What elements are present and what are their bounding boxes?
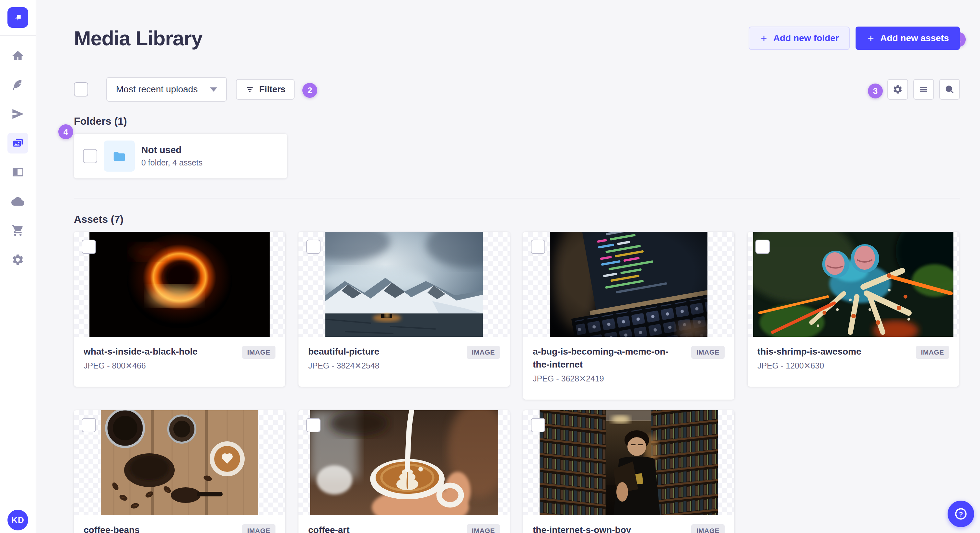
filters-label: Filters: [259, 84, 285, 95]
folder-checkbox[interactable]: [83, 149, 97, 163]
plus-icon: [760, 34, 768, 43]
sort-dropdown[interactable]: Most recent uploads: [106, 77, 227, 102]
select-all-checkbox[interactable]: [74, 82, 88, 97]
filter-icon: [245, 84, 255, 94]
help-button[interactable]: ?: [948, 501, 974, 527]
media-library-icon: [11, 136, 24, 150]
asset-thumbnail: [74, 232, 285, 337]
asset-thumbnail: [299, 232, 510, 337]
filters-button[interactable]: Filters: [236, 79, 294, 100]
mantis-shrimp-image: [753, 232, 953, 337]
add-new-assets-label: Add new assets: [880, 33, 949, 43]
search-button[interactable]: [939, 79, 960, 100]
asset-card[interactable]: this-shrimp-is-awesome JPEG - 1200✕630 I…: [748, 232, 959, 387]
asset-thumbnail: [523, 410, 734, 515]
asset-type-badge: IMAGE: [691, 346, 725, 359]
list-icon: [918, 84, 929, 95]
main-content: Media Library Add new folder Add new ass…: [36, 23, 980, 533]
sidebar-item-marketplace[interactable]: [8, 220, 28, 241]
list-view-button[interactable]: [913, 79, 934, 100]
asset-meta: JPEG - 3824✕2548: [308, 360, 460, 371]
sidebar-nav: [8, 36, 28, 270]
folders-section-title: Folders (1): [74, 115, 960, 127]
mountains-image: [325, 232, 483, 337]
library-portrait-image: [539, 410, 718, 515]
chevron-down-icon: [210, 87, 217, 92]
asset-type-badge: IMAGE: [242, 524, 275, 533]
toolbar: Most recent uploads Filters: [74, 77, 960, 102]
assets-grid: what-s-inside-a-black-hole JPEG - 800✕46…: [74, 232, 960, 533]
latte-art-image: [310, 410, 498, 515]
asset-card[interactable]: coffee-beans JPEG - 5021✕3347 IMAGE: [74, 410, 285, 533]
feather-icon: [11, 78, 24, 91]
asset-card[interactable]: coffee-art JPEG - 5824✕3259 IMAGE: [299, 410, 510, 533]
help-label: ?: [959, 510, 963, 518]
page-header: Media Library Add new folder Add new ass…: [74, 23, 960, 53]
logo-area: [0, 0, 36, 36]
asset-title: this-shrimp-is-awesome: [757, 345, 909, 358]
asset-title: what-s-inside-a-black-hole: [84, 345, 235, 358]
folder-meta: 0 folder, 4 assets: [141, 158, 202, 167]
asset-title: the-internet-s-own-boy: [533, 523, 685, 533]
asset-checkbox[interactable]: [82, 418, 96, 432]
asset-type-badge: IMAGE: [467, 346, 500, 359]
coffee-beans-image: [101, 410, 258, 515]
asset-card[interactable]: the-internet-s-own-boy JPEG - 1200✕707 I…: [523, 410, 734, 533]
asset-checkbox[interactable]: [82, 240, 96, 254]
asset-card[interactable]: what-s-inside-a-black-hole JPEG - 800✕46…: [74, 232, 285, 387]
asset-meta: JPEG - 3628✕2419: [533, 373, 685, 384]
sidebar-item-home[interactable]: [8, 45, 28, 66]
sidebar-item-content-manager[interactable]: [8, 75, 28, 95]
sidebar: KD: [0, 0, 36, 533]
user-avatar[interactable]: KD: [8, 510, 28, 530]
asset-checkbox[interactable]: [306, 240, 320, 254]
laptop-code-image: [550, 232, 708, 337]
asset-checkbox[interactable]: [756, 240, 770, 254]
cart-icon: [11, 224, 24, 237]
annotation-badge-4: 4: [58, 124, 73, 139]
asset-type-badge: IMAGE: [467, 524, 500, 533]
sidebar-item-media-library[interactable]: [8, 133, 28, 154]
sort-value: Most recent uploads: [116, 84, 198, 95]
asset-title: beautiful-picture: [308, 345, 460, 358]
asset-thumbnail: [299, 410, 510, 515]
gear-icon: [11, 253, 24, 266]
black-hole-image: [89, 232, 270, 337]
asset-checkbox[interactable]: [306, 418, 320, 432]
folder-card[interactable]: Not used 0 folder, 4 assets: [74, 134, 287, 178]
add-new-folder-button[interactable]: Add new folder: [749, 27, 850, 50]
folder-tile: [104, 141, 135, 171]
view-controls: [887, 79, 960, 100]
add-new-assets-button[interactable]: Add new assets: [856, 27, 960, 50]
asset-thumbnail: [748, 232, 959, 337]
paper-plane-icon: [11, 108, 24, 121]
asset-title: coffee-art: [308, 523, 460, 533]
asset-meta: JPEG - 800✕466: [84, 360, 235, 371]
annotation-badge-3: 3: [868, 84, 883, 98]
header-actions: Add new folder Add new assets: [749, 27, 960, 50]
folder-icon: [112, 149, 127, 163]
asset-type-badge: IMAGE: [242, 346, 275, 359]
plus-icon: [867, 34, 875, 43]
add-new-folder-label: Add new folder: [773, 33, 839, 43]
sidebar-item-releases[interactable]: [8, 104, 28, 124]
asset-thumbnail: [74, 410, 285, 515]
strapi-logo-icon: [13, 13, 23, 22]
asset-checkbox[interactable]: [531, 240, 545, 254]
annotation-badge-2: 2: [302, 83, 317, 98]
sidebar-item-settings[interactable]: [8, 249, 28, 270]
asset-card[interactable]: a-bug-is-becoming-a-meme-on-the-internet…: [523, 232, 734, 400]
assets-section-title: Assets (7): [74, 213, 960, 225]
sidebar-item-content-type-builder[interactable]: [8, 162, 28, 182]
asset-meta: JPEG - 1200✕630: [757, 360, 909, 371]
configure-view-button[interactable]: [887, 79, 908, 100]
asset-title: coffee-beans: [84, 523, 235, 533]
question-mark-icon: ?: [954, 507, 968, 521]
asset-checkbox[interactable]: [531, 418, 545, 432]
asset-card[interactable]: beautiful-picture JPEG - 3824✕2548 IMAGE: [299, 232, 510, 387]
asset-type-badge: IMAGE: [691, 524, 725, 533]
sidebar-item-deploy[interactable]: [8, 191, 28, 212]
search-icon: [944, 84, 955, 95]
page-title: Media Library: [74, 23, 202, 53]
strapi-logo[interactable]: [8, 7, 28, 28]
